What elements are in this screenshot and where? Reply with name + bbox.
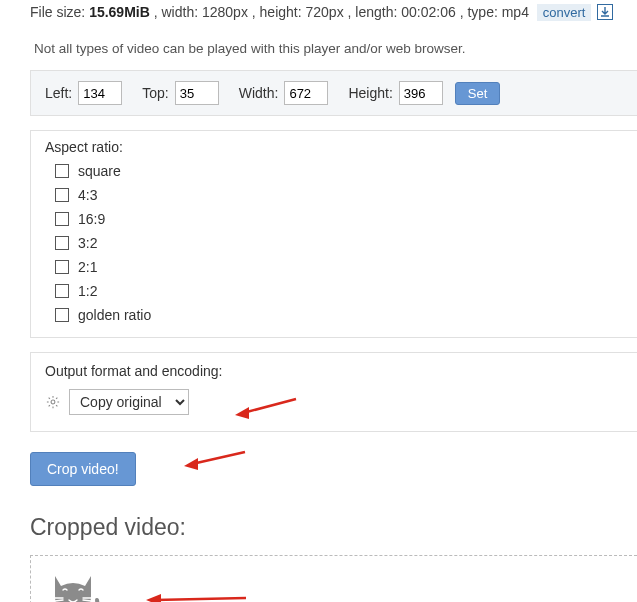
aspect-ratio-label: golden ratio — [78, 307, 151, 323]
aspect-ratio-panel: Aspect ratio: square4:316:93:22:11:2gold… — [30, 130, 637, 338]
aspect-ratio-checkbox[interactable] — [55, 284, 69, 298]
aspect-ratio-item[interactable]: square — [51, 159, 623, 183]
crop-top-label: Top: — [142, 85, 168, 101]
set-button[interactable]: Set — [455, 82, 501, 105]
file-width-value: 1280px — [202, 4, 248, 20]
aspect-ratio-item[interactable]: 2:1 — [51, 255, 623, 279]
aspect-ratio-checkbox[interactable] — [55, 236, 69, 250]
aspect-ratio-checkbox[interactable] — [55, 308, 69, 322]
gear-icon — [45, 394, 61, 410]
aspect-ratio-label: 16:9 — [78, 211, 105, 227]
cat-placeholder-icon — [45, 570, 101, 602]
output-format-title: Output format and encoding: — [45, 363, 623, 379]
svg-line-11 — [192, 452, 245, 464]
aspect-ratio-item[interactable]: 4:3 — [51, 183, 623, 207]
svg-marker-20 — [146, 594, 161, 602]
result-dropzone — [30, 555, 637, 602]
svg-point-0 — [51, 400, 55, 404]
svg-line-16 — [55, 600, 63, 601]
svg-line-18 — [83, 600, 91, 601]
file-length-label: , length: — [348, 4, 398, 20]
output-format-panel: Output format and encoding: Copy origina… — [30, 352, 637, 432]
player-warning-note: Not all types of video can be played wit… — [30, 27, 637, 70]
file-height-label: , height: — [252, 4, 302, 20]
cropped-video-heading: Cropped video: — [30, 514, 637, 541]
aspect-ratio-checkbox[interactable] — [55, 212, 69, 226]
svg-line-7 — [49, 405, 50, 406]
aspect-ratio-item[interactable]: 1:2 — [51, 279, 623, 303]
file-type-value: mp4 — [502, 4, 529, 20]
annotation-arrow-icon — [141, 586, 251, 602]
output-format-select[interactable]: Copy original — [69, 389, 189, 415]
file-width-label: , width: — [154, 4, 198, 20]
file-info-line: File size: 15.69MiB , width: 1280px , he… — [30, 0, 637, 27]
aspect-ratio-checkbox[interactable] — [55, 164, 69, 178]
file-type-label: , type: — [460, 4, 498, 20]
aspect-ratio-checkbox[interactable] — [55, 260, 69, 274]
crop-width-label: Width: — [239, 85, 279, 101]
svg-line-5 — [49, 398, 50, 399]
crop-top-input[interactable] — [175, 81, 219, 105]
crop-width-input[interactable] — [284, 81, 328, 105]
aspect-ratio-title: Aspect ratio: — [45, 139, 623, 155]
aspect-ratio-label: 3:2 — [78, 235, 97, 251]
svg-marker-12 — [184, 458, 198, 470]
aspect-ratio-checkbox[interactable] — [55, 188, 69, 202]
svg-line-8 — [56, 398, 57, 399]
crop-video-button[interactable]: Crop video! — [30, 452, 136, 486]
file-height-value: 720px — [306, 4, 344, 20]
crop-height-input[interactable] — [399, 81, 443, 105]
svg-line-19 — [155, 598, 246, 600]
svg-line-6 — [56, 405, 57, 406]
aspect-ratio-label: 1:2 — [78, 283, 97, 299]
download-icon[interactable] — [597, 4, 613, 20]
crop-height-label: Height: — [348, 85, 392, 101]
aspect-ratio-label: 4:3 — [78, 187, 97, 203]
aspect-ratio-item[interactable]: golden ratio — [51, 303, 623, 327]
convert-button[interactable]: convert — [537, 4, 592, 21]
crop-coords-panel: Left: Top: Width: Height: Set — [30, 70, 637, 116]
file-size-value: 15.69MiB — [89, 4, 150, 20]
aspect-ratio-label: square — [78, 163, 121, 179]
crop-left-label: Left: — [45, 85, 72, 101]
aspect-ratio-item[interactable]: 3:2 — [51, 231, 623, 255]
file-length-value: 00:02:06 — [401, 4, 456, 20]
annotation-arrow-icon — [180, 446, 250, 474]
file-size-label: File size: — [30, 4, 85, 20]
crop-left-input[interactable] — [78, 81, 122, 105]
aspect-ratio-label: 2:1 — [78, 259, 97, 275]
aspect-ratio-item[interactable]: 16:9 — [51, 207, 623, 231]
